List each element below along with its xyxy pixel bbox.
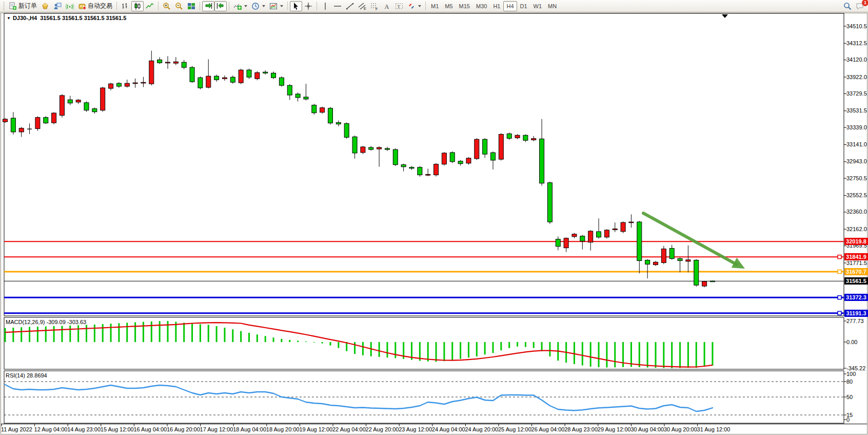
candle[interactable] <box>393 149 398 165</box>
terminal-button[interactable] <box>51 1 64 11</box>
candle[interactable] <box>320 108 325 112</box>
line-chart-button[interactable] <box>144 1 156 11</box>
candle[interactable] <box>76 100 81 102</box>
candle[interactable] <box>328 108 333 123</box>
crosshair-button[interactable] <box>302 1 314 11</box>
candle[interactable] <box>547 183 552 222</box>
chat-button[interactable]: 1 <box>854 1 866 11</box>
candle[interactable] <box>426 175 430 176</box>
arrows-button[interactable] <box>405 1 423 11</box>
candle[interactable] <box>694 260 699 286</box>
candle[interactable] <box>11 118 15 132</box>
equidistant-channel-button[interactable]: E <box>356 1 368 11</box>
candle[interactable] <box>678 259 682 261</box>
candle[interactable] <box>669 249 674 259</box>
candle[interactable] <box>214 76 219 80</box>
timeframe-m15-button[interactable]: M15 <box>456 1 473 11</box>
candle[interactable] <box>409 167 414 168</box>
candle[interactable] <box>377 147 382 149</box>
candle[interactable] <box>661 249 666 263</box>
candle[interactable] <box>344 124 349 138</box>
candle[interactable] <box>434 164 439 175</box>
chevron-down-icon[interactable] <box>262 5 265 7</box>
candle[interactable] <box>580 236 585 241</box>
profile-button[interactable] <box>39 1 51 11</box>
candle[interactable] <box>613 229 617 230</box>
price-line-handle[interactable] <box>838 270 841 273</box>
candle[interactable] <box>206 76 211 87</box>
candle[interactable] <box>645 260 650 264</box>
candle[interactable] <box>507 134 511 138</box>
price-line-handle[interactable] <box>838 296 841 299</box>
candle[interactable] <box>604 230 609 237</box>
candle[interactable] <box>621 222 625 232</box>
candle[interactable] <box>166 62 170 63</box>
candle[interactable] <box>458 161 463 164</box>
timeframe-m30-button[interactable]: M30 <box>473 1 490 11</box>
timeframe-d1-button[interactable]: D1 <box>517 1 530 11</box>
candle[interactable] <box>352 137 357 153</box>
candle-doji[interactable] <box>27 129 32 129</box>
candle[interactable] <box>52 113 56 123</box>
candle[interactable] <box>556 239 560 247</box>
candlestick-button[interactable] <box>131 1 144 11</box>
templates-button[interactable] <box>267 1 285 11</box>
candle[interactable] <box>629 222 634 223</box>
signals-button[interactable] <box>64 1 76 11</box>
candle[interactable] <box>483 139 487 154</box>
candle[interactable] <box>710 281 715 282</box>
candle[interactable] <box>141 82 146 83</box>
candle[interactable] <box>173 62 178 63</box>
notification-badge[interactable]: 1 <box>862 0 868 6</box>
candle[interactable] <box>247 70 251 77</box>
candle[interactable] <box>35 118 40 129</box>
timeframe-m1-button[interactable]: M1 <box>428 1 442 11</box>
candle[interactable] <box>572 234 577 237</box>
candle[interactable] <box>442 153 446 164</box>
candle[interactable] <box>182 62 186 67</box>
candle[interactable] <box>222 78 227 79</box>
search-button[interactable] <box>841 1 854 11</box>
candle[interactable] <box>92 109 97 112</box>
price-line-handle[interactable] <box>838 311 841 315</box>
candle[interactable] <box>450 153 455 162</box>
chart-shift-button[interactable] <box>214 1 227 11</box>
auto-scroll-button[interactable] <box>202 1 214 11</box>
timeframe-mn-button[interactable]: MN <box>545 1 560 11</box>
candle[interactable] <box>19 128 24 132</box>
candle[interactable] <box>540 139 544 183</box>
candle[interactable] <box>304 97 308 99</box>
candle[interactable] <box>279 78 284 85</box>
candle[interactable] <box>198 78 203 88</box>
chevron-down-icon[interactable] <box>418 5 421 7</box>
candle[interactable] <box>361 147 365 153</box>
candle[interactable] <box>312 105 317 113</box>
candle[interactable] <box>109 84 113 88</box>
candle[interactable] <box>133 83 137 84</box>
tile-windows-button[interactable] <box>185 1 198 11</box>
periods-button[interactable] <box>249 1 267 11</box>
candle[interactable] <box>531 139 536 140</box>
candle[interactable] <box>491 153 496 160</box>
candle[interactable] <box>230 77 235 82</box>
price-line-handle[interactable] <box>838 255 841 259</box>
candle[interactable] <box>588 231 593 242</box>
candle[interactable] <box>263 72 268 73</box>
timeframe-w1-button[interactable]: W1 <box>530 1 545 11</box>
candle[interactable] <box>84 103 89 110</box>
vertical-line-button[interactable] <box>319 1 331 11</box>
candle[interactable] <box>3 119 8 122</box>
fibonacci-button[interactable]: F <box>368 1 381 11</box>
candle[interactable] <box>369 147 373 149</box>
indicators-button[interactable] <box>231 1 249 11</box>
candle[interactable] <box>68 100 72 103</box>
candle[interactable] <box>564 238 568 248</box>
cursor-button[interactable] <box>290 1 302 11</box>
timeframe-h1-button[interactable]: H1 <box>490 1 503 11</box>
candle[interactable] <box>239 70 243 83</box>
auto-trading-button[interactable]: 自动交易 <box>76 1 114 11</box>
text-label-button[interactable]: T <box>393 1 405 11</box>
candle[interactable] <box>101 88 105 110</box>
new-order-button[interactable]: 新订单 <box>7 1 39 11</box>
candle[interactable] <box>499 134 503 159</box>
